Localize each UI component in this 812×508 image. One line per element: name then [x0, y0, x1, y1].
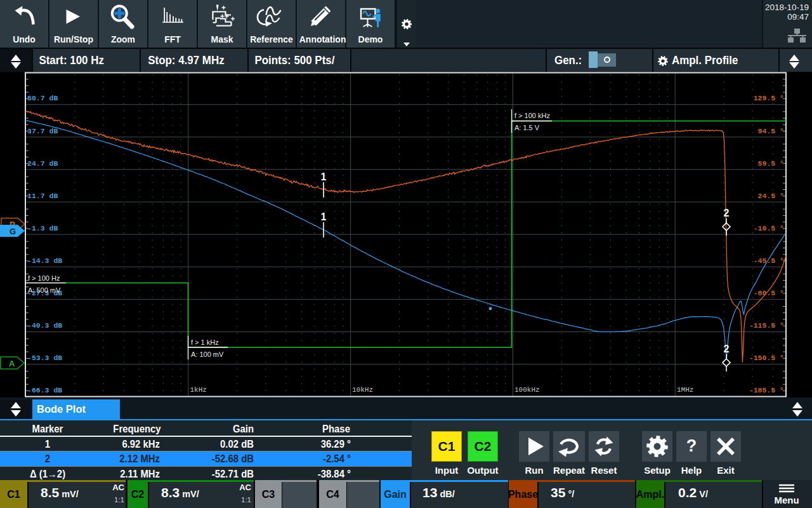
svg-text:-80.5 °: -80.5 ° [754, 289, 784, 297]
svg-text:10kHz: 10kHz [352, 386, 373, 394]
svg-text:-150.5 °: -150.5 ° [749, 354, 784, 362]
svg-text:-40.3 dB: -40.3 dB [27, 321, 62, 330]
svg-text:A: 500 mV: A: 500 mV [28, 286, 61, 294]
svg-text:1kHz: 1kHz [190, 386, 207, 394]
svg-text:-1.3 dB: -1.3 dB [27, 224, 58, 232]
svg-text:f > 100 Hz: f > 100 Hz [28, 274, 60, 282]
svg-text:-14.3 dB: -14.3 dB [27, 257, 62, 265]
svg-text:94.5 °: 94.5 ° [758, 127, 784, 135]
svg-text:f > 1 kHz: f > 1 kHz [191, 338, 219, 346]
svg-text:-185.5 °: -185.5 ° [749, 386, 784, 394]
svg-text:-45.5 °: -45.5 ° [754, 257, 784, 265]
svg-text:24.7 dB: 24.7 dB [27, 159, 58, 168]
svg-text:2: 2 [724, 344, 730, 354]
svg-text:59.5 °: 59.5 ° [758, 159, 784, 168]
svg-text:-115.5 °: -115.5 ° [749, 321, 784, 330]
svg-text:f > 100 kHz: f > 100 kHz [514, 112, 550, 119]
svg-text:24.5 °: 24.5 ° [758, 192, 784, 200]
svg-text:2: 2 [724, 208, 730, 218]
svg-text:11.7 dB: 11.7 dB [27, 192, 58, 200]
svg-text:100kHz: 100kHz [514, 386, 540, 394]
svg-text:-53.3 dB: -53.3 dB [27, 354, 62, 362]
svg-text:A: 100 mV: A: 100 mV [191, 351, 224, 358]
svg-text:37.7 dB: 37.7 dB [27, 127, 58, 135]
svg-text:1: 1 [321, 211, 327, 222]
svg-text:1: 1 [321, 171, 327, 182]
svg-text:-66.3 dB: -66.3 dB [27, 386, 62, 394]
svg-text:A: A [9, 359, 15, 368]
svg-text:1MHz: 1MHz [677, 386, 693, 394]
svg-text:A: 1.5 V: A: 1.5 V [514, 124, 540, 131]
svg-text:129.5 °: 129.5 ° [754, 94, 784, 102]
svg-text:50.7 dB: 50.7 dB [27, 94, 58, 102]
svg-text:G: G [10, 227, 16, 236]
svg-text:-10.5 °: -10.5 ° [754, 224, 784, 232]
